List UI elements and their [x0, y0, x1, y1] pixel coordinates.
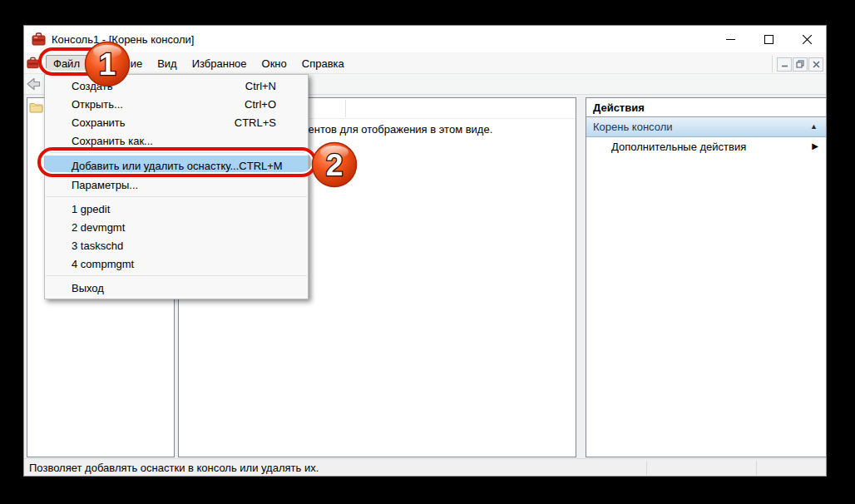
mdi-minimize-icon	[781, 61, 788, 68]
annotation-step1-number: 1	[99, 47, 116, 82]
actions-pane: Действия Корень консоли ▲ Дополнительные…	[586, 97, 827, 457]
status-separator	[646, 461, 647, 475]
menu-item-exit[interactable]: Выход	[45, 279, 308, 297]
actions-item-more-actions[interactable]: Дополнительные действия ▶	[586, 137, 826, 156]
shortcut-label: Ctrl+O	[245, 98, 276, 111]
minimize-button[interactable]	[711, 26, 749, 52]
annotation-step2-badge: 2	[311, 141, 358, 188]
menu-view[interactable]: Вид	[150, 55, 185, 72]
status-separator	[756, 461, 757, 475]
annotation-step2-number: 2	[326, 148, 343, 182]
menu-item-save[interactable]: Сохранить CTRL+S	[45, 113, 308, 131]
annotation-step1-badge: 1	[84, 41, 131, 87]
menu-favorites[interactable]: Избранное	[185, 55, 255, 72]
actions-pane-header: Действия	[586, 98, 826, 117]
mdi-close-button[interactable]	[808, 57, 823, 72]
actions-group-console-root[interactable]: Корень консоли ▲	[586, 117, 826, 137]
mdi-restore-icon	[796, 60, 804, 68]
menu-item-open[interactable]: Открыть... Ctrl+O	[45, 95, 308, 113]
menu-item-recent-1[interactable]: 1 gpedit	[45, 200, 308, 218]
minimize-icon	[726, 35, 735, 44]
mmc-app-icon	[32, 32, 46, 46]
maximize-icon	[764, 35, 773, 44]
column-divider[interactable]	[345, 100, 346, 117]
mdi-restore-button[interactable]	[793, 57, 808, 72]
menu-window[interactable]: Окно	[255, 55, 294, 72]
mdi-child-icon	[27, 57, 39, 69]
annotation-oval-snapin-item	[37, 147, 317, 177]
shortcut-label: Ctrl+N	[245, 80, 276, 92]
menu-separator	[46, 275, 307, 276]
actions-group-title: Корень консоли	[593, 121, 673, 133]
submenu-arrow-icon: ▶	[812, 141, 818, 151]
actions-item-label: Дополнительные действия	[611, 141, 746, 153]
menu-bar: Файл Действие Вид Избранное Окно Справка	[24, 52, 826, 74]
mdi-separator	[772, 56, 773, 72]
mmc-window: Консоль1 - [Корень консоли] Файл Действи…	[23, 25, 827, 477]
menu-item-options[interactable]: Параметры...	[45, 175, 308, 194]
collapse-arrow-icon[interactable]: ▲	[810, 122, 818, 131]
menu-help[interactable]: Справка	[294, 55, 352, 72]
title-bar: Консоль1 - [Корень консоли]	[24, 26, 826, 52]
menu-item-recent-4[interactable]: 4 compmgmt	[45, 254, 308, 273]
file-menu-dropdown: Создать Ctrl+N Открыть... Ctrl+O Сохрани…	[44, 74, 309, 299]
menu-item-recent-2[interactable]: 2 devmgmt	[45, 218, 308, 236]
close-icon	[803, 35, 812, 44]
back-icon[interactable]	[26, 77, 42, 91]
folder-icon	[29, 101, 43, 113]
status-text: Позволяет добавлять оснастки в консоль и…	[29, 462, 319, 474]
mdi-close-icon	[813, 61, 820, 68]
shortcut-label: CTRL+S	[235, 116, 276, 129]
actions-pane-title: Действия	[593, 101, 645, 114]
mdi-minimize-button[interactable]	[777, 57, 792, 72]
menu-item-recent-3[interactable]: 3 taskschd	[45, 236, 308, 254]
maximize-button[interactable]	[749, 26, 788, 52]
status-bar: Позволяет добавлять оснастки в консоль и…	[24, 458, 826, 476]
menu-separator	[46, 196, 307, 197]
close-button[interactable]	[788, 26, 826, 52]
